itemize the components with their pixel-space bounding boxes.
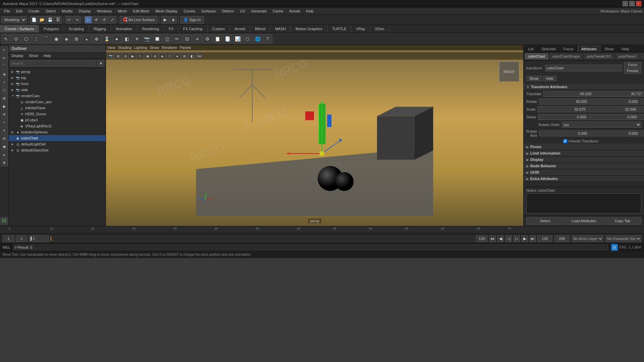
- save-icon[interactable]: 💾: [46, 16, 54, 23]
- menu-windows[interactable]: Windows: [94, 8, 115, 14]
- anim-layer-dropdown[interactable]: No Anim Layer: [572, 235, 603, 242]
- tab-mash[interactable]: MASH: [270, 25, 291, 33]
- snap-point-icon[interactable]: ◉: [52, 34, 61, 44]
- outliner-icon[interactable]: 📊: [233, 34, 242, 44]
- rotate-icon[interactable]: ↺: [101, 16, 108, 23]
- tab-attributes[interactable]: Attributes: [578, 46, 600, 52]
- motion-path-icon[interactable]: ⌀: [1, 151, 8, 158]
- rotate-x[interactable]: [539, 99, 589, 105]
- display-layers-icon[interactable]: 📑: [223, 34, 232, 44]
- tab-animation[interactable]: Animation: [111, 25, 137, 33]
- menu-mesh[interactable]: Mesh: [115, 8, 129, 14]
- vp-layout-icon[interactable]: ⊟: [122, 53, 129, 59]
- rotate-order-dropdown[interactable]: xyz yzx zxy xzy yxz zyx: [562, 122, 641, 128]
- rotate-axis-y[interactable]: [590, 130, 639, 136]
- vp-wireframe-icon[interactable]: ⬡: [166, 53, 173, 59]
- shader-icon[interactable]: ●: [112, 34, 121, 44]
- menu-edit-mesh[interactable]: Edit Mesh: [130, 8, 152, 14]
- tab-show[interactable]: Show: [601, 46, 618, 52]
- rotate-y[interactable]: [590, 99, 639, 105]
- vp-snap-icon[interactable]: ◉: [144, 53, 151, 59]
- redo-icon[interactable]: ↪: [73, 16, 81, 23]
- new-icon[interactable]: 📄: [30, 16, 38, 23]
- layout-icon[interactable]: ⊕: [1, 159, 8, 166]
- node-tab-colorchartshape[interactable]: colorChartShape: [549, 53, 583, 59]
- open-icon[interactable]: 📂: [38, 16, 46, 23]
- vp-shadow-icon[interactable]: ◧: [189, 53, 195, 59]
- tab-polygons[interactable]: Polygons: [39, 25, 64, 33]
- goto-start-button[interactable]: ⏮: [489, 235, 496, 242]
- current-frame-field[interactable]: [16, 235, 28, 242]
- menu-arnold[interactable]: Arnold: [287, 8, 303, 14]
- tab-help[interactable]: Help: [618, 46, 633, 52]
- snap-grid-icon[interactable]: ⋮: [32, 34, 41, 44]
- outliner-item-top[interactable]: ▶ 📷 top: [9, 75, 106, 81]
- menu-create[interactable]: Create: [26, 8, 42, 14]
- outliner-show-menu[interactable]: Show: [26, 53, 41, 59]
- tab-selected[interactable]: Selected: [538, 46, 559, 52]
- menu-surfaces[interactable]: Surfaces: [199, 8, 218, 14]
- polygon-mode-icon[interactable]: ⬡: [1, 86, 8, 94]
- uuid-section[interactable]: ▶ UUID: [524, 169, 644, 176]
- dynamics-mode-icon[interactable]: ≋: [1, 111, 8, 118]
- limit-info-section[interactable]: ▶ Limit Information: [524, 150, 644, 157]
- node-behavior-section[interactable]: ▶ Node Behavior: [524, 163, 644, 169]
- menu-edit[interactable]: Edit: [13, 8, 25, 14]
- live-mode-icon[interactable]: ◉: [1, 143, 8, 150]
- menu-help[interactable]: Help: [303, 8, 316, 14]
- next-frame-button[interactable]: ▶: [521, 235, 528, 242]
- panels-menu[interactable]: Panels: [180, 46, 191, 50]
- menu-select[interactable]: Select: [43, 8, 59, 14]
- menu-file[interactable]: File: [1, 8, 13, 14]
- goto-end-button[interactable]: ⏭: [529, 235, 536, 242]
- start-frame-field[interactable]: [3, 235, 14, 242]
- camera-icon[interactable]: 📷: [142, 34, 152, 44]
- paint-effects-icon[interactable]: ✏: [172, 34, 182, 44]
- frame-widget[interactable]: ▌1: [29, 235, 49, 242]
- outliner-help-menu[interactable]: Help: [41, 53, 54, 59]
- select-icon[interactable]: ▷: [85, 16, 92, 23]
- load-attributes-button[interactable]: Load Attributes: [565, 217, 602, 225]
- extra-attributes-section[interactable]: ▶ Extra Attributes: [524, 176, 644, 182]
- undo-icon[interactable]: ↩: [65, 16, 73, 23]
- save-as-icon[interactable]: 🗄: [54, 16, 62, 23]
- snap-surface-icon[interactable]: ◈: [62, 34, 71, 44]
- display-section[interactable]: ▶ Display: [524, 157, 644, 163]
- menu-cache[interactable]: Cache: [270, 8, 286, 14]
- rotate-axis-z[interactable]: [640, 130, 644, 136]
- tab-turtle[interactable]: TURTLE: [327, 25, 352, 33]
- outliner-item-colorchart[interactable]: ◈ colorChart: [9, 135, 106, 141]
- show-menu[interactable]: Show: [150, 46, 159, 50]
- transform-attributes-section[interactable]: ▼ Transform Attributes: [524, 84, 644, 90]
- outliner-item-renderCam-aim[interactable]: ◎ renderCam_aim: [9, 99, 106, 105]
- end-frame-field[interactable]: [476, 235, 488, 242]
- play-back-button[interactable]: ◁: [505, 235, 512, 242]
- vp-aa-icon[interactable]: Aa: [196, 53, 203, 59]
- node-tab-colorc[interactable]: colorC...: [641, 53, 644, 59]
- view-menu[interactable]: View: [107, 46, 115, 50]
- help-icon[interactable]: ?: [263, 34, 272, 44]
- cloth-mode-icon[interactable]: ⊟: [1, 135, 8, 142]
- outliner-item-infinitePlane[interactable]: △ InfinitePlane: [9, 105, 106, 111]
- tab-curves-surfaces[interactable]: Curves / Surfaces: [0, 25, 39, 33]
- scale-y[interactable]: [588, 106, 638, 112]
- outliner-item-hdri-dome[interactable]: ☀ HDRI_Dome: [9, 111, 106, 117]
- tab-bifrost[interactable]: Bifrost: [250, 25, 270, 33]
- translate-x[interactable]: [543, 91, 593, 97]
- viewport[interactable]: RRCG 人人素材 RRCG 人人素材 RRCG View Shading Li…: [106, 45, 523, 226]
- tab-list[interactable]: List: [524, 46, 537, 52]
- minimize-button[interactable]: —: [623, 1, 628, 6]
- mode-dropdown[interactable]: Modeling: [1, 16, 26, 23]
- maximize-button[interactable]: □: [629, 1, 635, 6]
- surface-mode-icon[interactable]: ◈: [1, 70, 8, 78]
- viewport-orientation-cube[interactable]: RIGHT: [499, 62, 519, 82]
- outliner-item-renderCam[interactable]: ▼ 📷 renderCam: [9, 93, 106, 99]
- transform-input[interactable]: [545, 65, 622, 71]
- range-start-field[interactable]: [537, 235, 552, 242]
- scene-icon[interactable]: 🌐: [253, 34, 262, 44]
- shear-y[interactable]: [589, 114, 638, 120]
- lighting-menu[interactable]: Lighting: [134, 46, 147, 50]
- node-tab-colorchart[interactable]: colorChart: [525, 53, 548, 59]
- menu-generate[interactable]: Generate: [249, 8, 269, 14]
- sign-in-btn[interactable]: 👤 Sign In: [180, 16, 204, 23]
